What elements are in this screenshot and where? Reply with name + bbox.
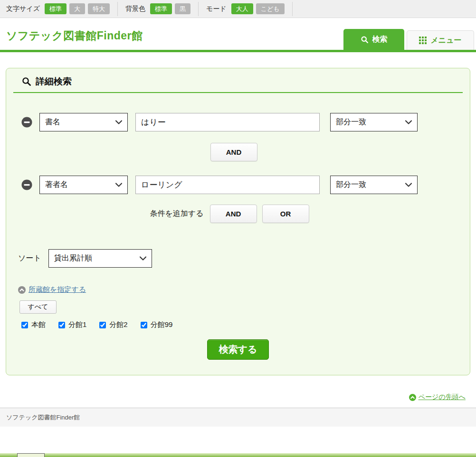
checkbox[interactable] <box>141 322 147 328</box>
font-size-large-button[interactable]: 大 <box>69 3 85 15</box>
match-type-select[interactable]: 部分一致 <box>330 113 418 131</box>
connector-row: AND <box>13 143 463 161</box>
search-term-input[interactable] <box>135 113 320 131</box>
library-checkbox-row: 本館 分館1 分館2 分館99 <box>13 320 463 329</box>
field-select-value: 著者名 <box>45 180 68 190</box>
tab-menu[interactable]: メニュー <box>407 30 474 50</box>
add-condition-label: 条件を追加する <box>150 209 203 219</box>
search-term-input[interactable] <box>135 176 320 194</box>
add-condition-row: 条件を追加する AND OR <box>13 205 463 223</box>
checkbox[interactable] <box>58 322 65 328</box>
chevron-down-icon <box>115 183 122 187</box>
sort-label: ソート <box>18 253 41 263</box>
library-checkbox-branch1[interactable]: 分館1 <box>58 320 86 329</box>
font-size-label: 文字サイズ <box>6 5 40 13</box>
footer-site-name: ソフテック図書館Finder館 <box>6 413 80 422</box>
checkbox[interactable] <box>99 322 106 328</box>
chevron-down-icon <box>140 256 146 261</box>
title-underline <box>13 92 463 93</box>
add-and-button[interactable]: AND <box>210 205 257 223</box>
field-select[interactable]: 書名 <box>39 113 128 131</box>
mode-label: モード <box>206 5 227 13</box>
bottom-strip-box <box>17 453 45 457</box>
tab-search-label: 検索 <box>372 35 388 45</box>
main-content: 詳細検索 書名 部分一致 AND <box>0 52 476 401</box>
accessibility-toolbar: 文字サイズ 標準 大 特大 背景色 標準 黒 モード 大人 こども <box>0 0 476 18</box>
match-select-value: 部分一致 <box>336 117 366 127</box>
toolbar-divider <box>292 2 293 16</box>
search-icon <box>22 77 31 86</box>
mode-kids-button[interactable]: こども <box>256 3 285 15</box>
font-size-standard-button[interactable]: 標準 <box>45 3 67 15</box>
bottom-strip <box>0 453 476 457</box>
font-size-group: 文字サイズ 標準 大 特大 <box>6 3 110 15</box>
toolbar-divider <box>117 2 118 16</box>
remove-condition-icon[interactable] <box>21 117 32 128</box>
bg-color-standard-button[interactable]: 標準 <box>150 3 172 15</box>
checkbox-label: 分館99 <box>151 320 173 329</box>
field-select-value: 書名 <box>45 117 60 127</box>
advanced-search-panel: 詳細検索 書名 部分一致 AND <box>6 68 470 375</box>
search-icon <box>361 36 369 44</box>
library-checkbox-branch99[interactable]: 分館99 <box>141 320 173 329</box>
site-header: ソフテック図書館Finder館 検索 <box>0 18 476 50</box>
sort-row: ソート 貸出累計順 <box>13 249 463 268</box>
mode-adult-button[interactable]: 大人 <box>231 3 253 15</box>
menu-grid-icon <box>419 37 427 44</box>
condition-row-1: 書名 部分一致 <box>13 113 463 131</box>
tab-search[interactable]: 検索 <box>343 29 404 50</box>
chevron-down-icon <box>405 183 412 187</box>
add-or-button[interactable]: OR <box>262 205 309 223</box>
and-connector-button[interactable]: AND <box>210 143 257 161</box>
library-checkbox-main[interactable]: 本館 <box>21 320 46 329</box>
chevron-down-icon <box>405 120 412 124</box>
select-all-libraries-button[interactable]: すべて <box>19 300 57 314</box>
library-filter-toggle-row: 所蔵館を指定する <box>13 285 463 294</box>
chevron-down-icon <box>115 120 122 124</box>
sort-select-value: 貸出累計順 <box>54 253 92 263</box>
font-size-xlarge-button[interactable]: 特大 <box>88 3 110 15</box>
bg-color-label: 背景色 <box>125 5 145 13</box>
site-title: ソフテック図書館Finder館 <box>0 18 476 43</box>
page-top-link[interactable]: ページの先頭へ <box>419 393 466 401</box>
library-checkbox-branch2[interactable]: 分館2 <box>99 320 127 329</box>
toolbar-divider <box>198 2 199 16</box>
tab-menu-label: メニュー <box>430 36 461 46</box>
page-top-row: ページの先頭へ <box>6 393 470 401</box>
match-type-select[interactable]: 部分一致 <box>330 176 418 194</box>
bg-color-black-button[interactable]: 黒 <box>175 3 190 15</box>
mode-group: モード 大人 こども <box>206 3 285 15</box>
checkbox[interactable] <box>21 322 28 328</box>
match-select-value: 部分一致 <box>336 180 366 190</box>
search-submit-button[interactable]: 検索する <box>207 339 269 360</box>
checkbox-label: 本館 <box>31 320 46 329</box>
bg-color-group: 背景色 標準 黒 <box>125 3 190 15</box>
footer: ソフテック図書館Finder館 <box>0 408 476 427</box>
page: 文字サイズ 標準 大 特大 背景色 標準 黒 モード 大人 こども ソフテック図… <box>0 0 476 457</box>
remove-condition-icon[interactable] <box>21 179 32 190</box>
panel-title-text: 詳細検索 <box>36 75 72 88</box>
checkbox-label: 分館2 <box>109 320 127 329</box>
sort-select[interactable]: 貸出累計順 <box>48 249 152 268</box>
panel-title: 詳細検索 <box>13 75 463 88</box>
condition-row-2: 著者名 部分一致 <box>13 176 463 194</box>
field-select[interactable]: 著者名 <box>39 176 128 194</box>
chevron-up-circle-icon <box>409 394 416 401</box>
specify-library-link[interactable]: 所蔵館を指定する <box>29 285 86 294</box>
checkbox-label: 分館1 <box>68 320 86 329</box>
chevron-up-circle-icon <box>18 286 26 294</box>
